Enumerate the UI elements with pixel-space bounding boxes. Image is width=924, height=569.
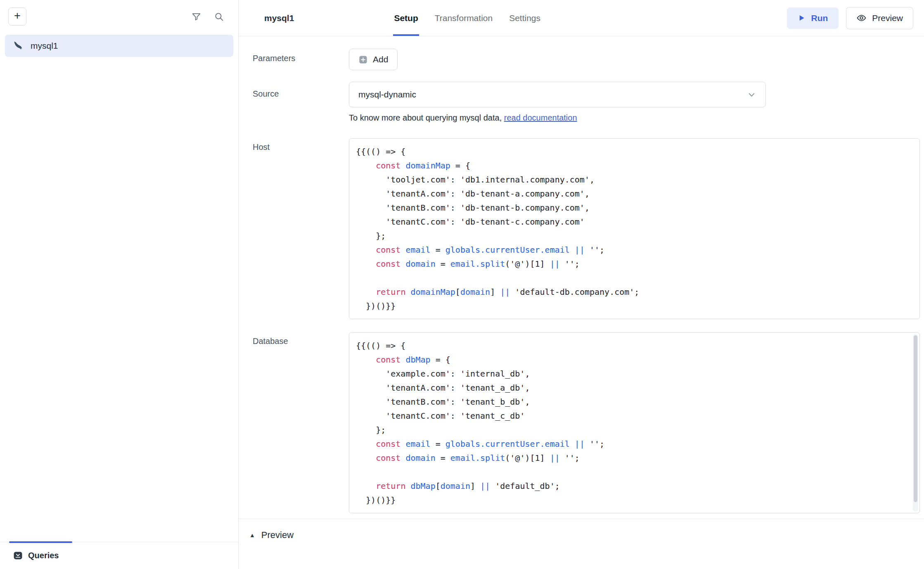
database-label: Database xyxy=(253,332,349,346)
run-button[interactable]: Run xyxy=(787,7,839,29)
query-title: mysql1 xyxy=(264,13,294,23)
collapse-caret-icon: ▲ xyxy=(249,532,255,538)
source-label: Source xyxy=(253,82,349,99)
queries-panel-label: Queries xyxy=(28,551,59,560)
source-help-text: To know more about querying mysql data, … xyxy=(349,113,920,123)
sidebar-header: + xyxy=(0,0,238,31)
plus-square-icon xyxy=(358,55,368,64)
scrollbar-track[interactable] xyxy=(913,334,918,512)
tab-settings[interactable]: Settings xyxy=(508,0,541,36)
header-actions: Run Preview xyxy=(787,7,913,29)
host-code-editor[interactable]: {{(() => { const domainMap = { 'tooljet.… xyxy=(349,138,920,319)
host-row: Host {{(() => { const domainMap = { 'too… xyxy=(253,138,920,319)
source-select[interactable]: mysql-dynamic xyxy=(349,82,766,107)
query-list-item-mysql1[interactable]: mysql1 xyxy=(5,35,233,57)
add-parameter-label: Add xyxy=(373,55,388,64)
queries-bottom-bar: Queries xyxy=(0,542,238,569)
eye-icon xyxy=(856,13,867,23)
add-parameter-button[interactable]: Add xyxy=(349,49,398,70)
queries-sidebar: + mysql1 xyxy=(0,0,239,569)
setup-form: Parameters Add Source mysql-dynamic xyxy=(239,36,924,519)
active-panel-indicator xyxy=(9,541,72,543)
scrollbar-thumb[interactable] xyxy=(914,335,917,502)
preview-button-label: Preview xyxy=(872,13,903,23)
queries-panel-icon xyxy=(13,551,23,560)
queries-panel-tab[interactable]: Queries xyxy=(13,551,59,560)
mysql-icon xyxy=(13,40,24,52)
editor-tabs: Setup Transformation Settings xyxy=(393,0,541,36)
source-help-prefix: To know more about querying mysql data, xyxy=(349,113,504,122)
parameters-row: Parameters Add xyxy=(253,49,920,70)
search-icon[interactable] xyxy=(214,12,224,22)
database-code-editor[interactable]: {{(() => { const dbMap = { 'example.com'… xyxy=(349,332,920,513)
preview-section-bar: ▲ Preview xyxy=(239,519,924,569)
source-row: Source mysql-dynamic To know more about … xyxy=(253,82,920,123)
host-label: Host xyxy=(253,138,349,152)
database-row: Database {{(() => { const dbMap = { 'exa… xyxy=(253,332,920,513)
sidebar-toolbar xyxy=(191,12,230,22)
play-icon xyxy=(798,14,806,22)
run-button-label: Run xyxy=(811,13,828,23)
chevron-down-icon xyxy=(747,90,756,100)
tab-setup[interactable]: Setup xyxy=(393,0,419,36)
app-window: + mysql1 xyxy=(0,0,924,569)
preview-button[interactable]: Preview xyxy=(846,7,913,29)
source-selected-value: mysql-dynamic xyxy=(358,90,416,100)
query-editor-header: mysql1 Setup Transformation Settings Run xyxy=(239,0,924,36)
preview-section-label: Preview xyxy=(261,530,294,541)
tab-transformation[interactable]: Transformation xyxy=(434,0,493,36)
filter-icon[interactable] xyxy=(191,12,201,22)
query-list: mysql1 xyxy=(0,31,238,542)
add-query-button[interactable]: + xyxy=(8,7,26,26)
query-name: mysql1 xyxy=(31,41,58,51)
preview-section-toggle[interactable]: ▲ Preview xyxy=(249,530,924,541)
parameters-label: Parameters xyxy=(253,49,349,63)
read-documentation-link[interactable]: read documentation xyxy=(504,113,577,122)
query-editor-main: mysql1 Setup Transformation Settings Run xyxy=(239,0,924,569)
